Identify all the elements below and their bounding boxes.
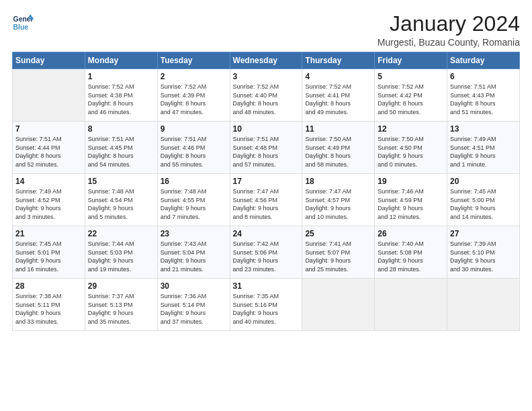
day-number: 11: [305, 124, 371, 134]
calendar-cell: 9Sunrise: 7:51 AMSunset: 4:46 PMDaylight…: [157, 122, 230, 174]
calendar-cell: 31Sunrise: 7:35 AMSunset: 5:16 PMDayligh…: [230, 279, 302, 331]
day-number: 30: [161, 281, 227, 291]
day-number: 25: [305, 229, 371, 238]
day-number: 6: [450, 72, 517, 81]
calendar-cell: 29Sunrise: 7:37 AMSunset: 5:13 PMDayligh…: [85, 279, 157, 331]
day-number: 2: [161, 72, 227, 81]
day-number: 12: [378, 124, 444, 134]
svg-text:Blue: Blue: [13, 24, 29, 31]
calendar-cell: 19Sunrise: 7:46 AMSunset: 4:59 PMDayligh…: [375, 174, 447, 226]
calendar-cell: 8Sunrise: 7:51 AMSunset: 4:45 PMDaylight…: [85, 122, 157, 174]
day-number: 4: [305, 72, 371, 81]
day-header-sunday: Sunday: [13, 52, 85, 69]
day-info: Sunrise: 7:51 AMSunset: 4:45 PMDaylight:…: [88, 135, 154, 169]
day-number: 22: [88, 229, 154, 238]
day-info: Sunrise: 7:52 AMSunset: 4:41 PMDaylight:…: [305, 83, 371, 116]
day-number: 18: [305, 177, 371, 186]
calendar-header-row: SundayMondayTuesdayWednesdayThursdayFrid…: [13, 52, 520, 69]
day-number: 10: [233, 124, 300, 134]
day-info: Sunrise: 7:48 AMSunset: 4:55 PMDaylight:…: [161, 187, 227, 221]
day-number: 20: [450, 177, 517, 186]
day-number: 16: [161, 177, 227, 186]
day-info: Sunrise: 7:38 AMSunset: 5:11 PMDaylight:…: [15, 292, 82, 326]
calendar-cell: 14Sunrise: 7:49 AMSunset: 4:52 PMDayligh…: [13, 174, 85, 226]
day-info: Sunrise: 7:45 AMSunset: 5:00 PMDaylight:…: [450, 187, 517, 221]
day-number: 31: [233, 281, 300, 291]
day-info: Sunrise: 7:51 AMSunset: 4:48 PMDaylight:…: [233, 135, 300, 169]
day-header-friday: Friday: [375, 52, 447, 69]
calendar-cell: [375, 279, 447, 331]
day-info: Sunrise: 7:49 AMSunset: 4:52 PMDaylight:…: [15, 187, 82, 221]
day-info: Sunrise: 7:40 AMSunset: 5:08 PMDaylight:…: [378, 240, 444, 273]
day-info: Sunrise: 7:52 AMSunset: 4:40 PMDaylight:…: [233, 83, 300, 116]
calendar-cell: 6Sunrise: 7:51 AMSunset: 4:43 PMDaylight…: [447, 69, 520, 122]
calendar-week-row: 7Sunrise: 7:51 AMSunset: 4:44 PMDaylight…: [13, 122, 520, 174]
day-header-tuesday: Tuesday: [157, 52, 230, 69]
day-number: 1: [88, 72, 154, 81]
calendar-week-row: 1Sunrise: 7:52 AMSunset: 4:38 PMDaylight…: [13, 69, 520, 122]
day-info: Sunrise: 7:39 AMSunset: 5:10 PMDaylight:…: [450, 240, 517, 273]
day-info: Sunrise: 7:52 AMSunset: 4:39 PMDaylight:…: [161, 83, 227, 116]
day-number: 7: [15, 124, 82, 134]
day-header-wednesday: Wednesday: [230, 52, 302, 69]
calendar-cell: 11Sunrise: 7:50 AMSunset: 4:49 PMDayligh…: [302, 122, 375, 174]
day-number: 29: [88, 281, 154, 291]
calendar-cell: 2Sunrise: 7:52 AMSunset: 4:39 PMDaylight…: [157, 69, 230, 122]
calendar-cell: 3Sunrise: 7:52 AMSunset: 4:40 PMDaylight…: [230, 69, 302, 122]
calendar-cell: 10Sunrise: 7:51 AMSunset: 4:48 PMDayligh…: [230, 122, 302, 174]
calendar-cell: 24Sunrise: 7:42 AMSunset: 5:06 PMDayligh…: [230, 226, 302, 279]
calendar-cell: [447, 279, 520, 331]
day-info: Sunrise: 7:36 AMSunset: 5:14 PMDaylight:…: [161, 292, 227, 326]
calendar-cell: 18Sunrise: 7:47 AMSunset: 4:57 PMDayligh…: [302, 174, 375, 226]
logo: General Blue: [12, 12, 34, 34]
day-number: 27: [450, 229, 517, 238]
day-number: 3: [233, 72, 300, 81]
calendar-cell: 21Sunrise: 7:45 AMSunset: 5:01 PMDayligh…: [13, 226, 85, 279]
calendar-cell: 4Sunrise: 7:52 AMSunset: 4:41 PMDaylight…: [302, 69, 375, 122]
day-number: 8: [88, 124, 154, 134]
day-info: Sunrise: 7:44 AMSunset: 5:03 PMDaylight:…: [88, 240, 154, 273]
day-info: Sunrise: 7:48 AMSunset: 4:54 PMDaylight:…: [88, 187, 154, 221]
calendar-cell: 16Sunrise: 7:48 AMSunset: 4:55 PMDayligh…: [157, 174, 230, 226]
day-info: Sunrise: 7:52 AMSunset: 4:38 PMDaylight:…: [88, 83, 154, 116]
day-info: Sunrise: 7:43 AMSunset: 5:04 PMDaylight:…: [161, 240, 227, 273]
calendar-week-row: 14Sunrise: 7:49 AMSunset: 4:52 PMDayligh…: [13, 174, 520, 226]
calendar-cell: 5Sunrise: 7:52 AMSunset: 4:42 PMDaylight…: [375, 69, 447, 122]
calendar-cell: 7Sunrise: 7:51 AMSunset: 4:44 PMDaylight…: [13, 122, 85, 174]
day-info: Sunrise: 7:47 AMSunset: 4:56 PMDaylight:…: [233, 187, 300, 221]
day-number: 17: [233, 177, 300, 186]
day-number: 19: [378, 177, 444, 186]
day-info: Sunrise: 7:41 AMSunset: 5:07 PMDaylight:…: [305, 240, 371, 273]
day-number: 13: [450, 124, 517, 134]
day-number: 28: [15, 281, 82, 291]
day-number: 21: [15, 229, 82, 238]
calendar-cell: 17Sunrise: 7:47 AMSunset: 4:56 PMDayligh…: [230, 174, 302, 226]
day-info: Sunrise: 7:51 AMSunset: 4:43 PMDaylight:…: [450, 83, 517, 116]
day-info: Sunrise: 7:35 AMSunset: 5:16 PMDaylight:…: [233, 292, 300, 326]
day-info: Sunrise: 7:52 AMSunset: 4:42 PMDaylight:…: [378, 83, 444, 116]
calendar-week-row: 21Sunrise: 7:45 AMSunset: 5:01 PMDayligh…: [13, 226, 520, 279]
calendar-cell: 26Sunrise: 7:40 AMSunset: 5:08 PMDayligh…: [375, 226, 447, 279]
day-info: Sunrise: 7:50 AMSunset: 4:49 PMDaylight:…: [305, 135, 371, 169]
calendar-cell: 28Sunrise: 7:38 AMSunset: 5:11 PMDayligh…: [13, 279, 85, 331]
calendar-cell: 30Sunrise: 7:36 AMSunset: 5:14 PMDayligh…: [157, 279, 230, 331]
day-number: 9: [161, 124, 227, 134]
day-info: Sunrise: 7:51 AMSunset: 4:44 PMDaylight:…: [15, 135, 82, 169]
day-number: 24: [233, 229, 300, 238]
calendar-week-row: 28Sunrise: 7:38 AMSunset: 5:11 PMDayligh…: [13, 279, 520, 331]
month-title: January 2024: [378, 12, 520, 36]
day-number: 5: [378, 72, 444, 81]
day-info: Sunrise: 7:46 AMSunset: 4:59 PMDaylight:…: [378, 187, 444, 221]
day-info: Sunrise: 7:49 AMSunset: 4:51 PMDaylight:…: [450, 135, 517, 169]
day-info: Sunrise: 7:50 AMSunset: 4:50 PMDaylight:…: [378, 135, 444, 169]
page-container: General Blue January 2024 Murgesti, Buza…: [0, 0, 532, 338]
calendar-cell: 13Sunrise: 7:49 AMSunset: 4:51 PMDayligh…: [447, 122, 520, 174]
day-number: 26: [378, 229, 444, 238]
calendar-cell: 25Sunrise: 7:41 AMSunset: 5:07 PMDayligh…: [302, 226, 375, 279]
title-section: January 2024 Murgesti, Buzau County, Rom…: [378, 12, 520, 48]
calendar-cell: [13, 69, 85, 122]
day-number: 15: [88, 177, 154, 186]
calendar-cell: 22Sunrise: 7:44 AMSunset: 5:03 PMDayligh…: [85, 226, 157, 279]
day-header-thursday: Thursday: [302, 52, 375, 69]
calendar-cell: 12Sunrise: 7:50 AMSunset: 4:50 PMDayligh…: [375, 122, 447, 174]
